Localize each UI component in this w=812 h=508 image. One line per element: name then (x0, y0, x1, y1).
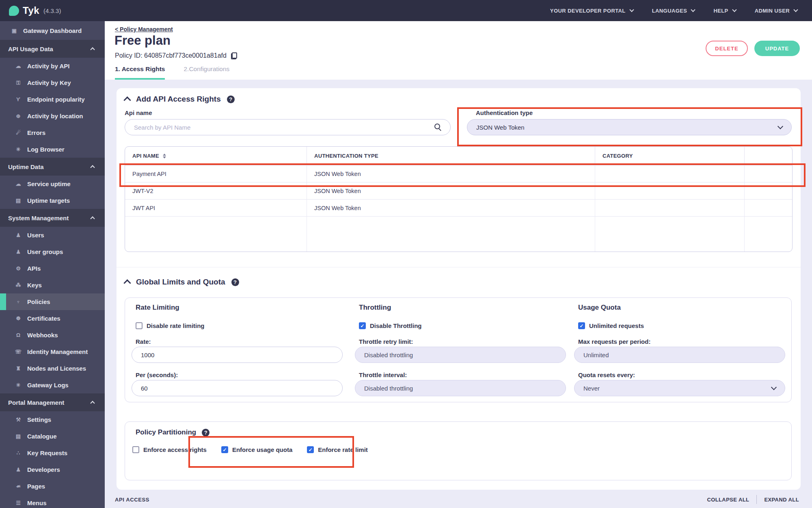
sidebar-item-apis[interactable]: ⚙APIs (0, 260, 105, 277)
sidebar-item-identity-management[interactable]: ☏Identity Management (0, 343, 105, 360)
chevron-up-icon (90, 401, 95, 405)
tyk-dashboard-page: Tyk (4.3.3) YOUR DEVELOPER PORTALLANGUAG… (0, 0, 812, 508)
table-cell[interactable] (595, 182, 745, 200)
version-label: (4.3.3) (43, 7, 61, 14)
sidebar-item-webhooks[interactable]: ΩWebhooks (0, 327, 105, 343)
table-cell[interactable]: Payment API (125, 165, 307, 182)
sidebar-item-nodes-and-licenses[interactable]: ♜Nodes and Licenses (0, 360, 105, 377)
cloud-icon: ☁ (15, 181, 22, 187)
sidebar-item-gateway-logs[interactable]: ✳Gateway Logs (0, 377, 105, 393)
topbar-menu-your-developer-portal[interactable]: YOUR DEVELOPER PORTAL (550, 8, 633, 14)
sidebar-item-endpoint-popularity[interactable]: ϒEndpoint popularity (0, 91, 105, 108)
sidebar-item-service-uptime[interactable]: ☁Service uptime (0, 176, 105, 192)
throttle-interval-field: Disabled throttling (355, 380, 566, 396)
disable-rate-limiting-checkbox[interactable] (136, 322, 143, 329)
tyk-logo[interactable]: Tyk (9, 5, 39, 16)
table-cell[interactable] (595, 165, 745, 182)
table-filler (307, 217, 595, 252)
sidebar-item-pages[interactable]: ☙Pages (0, 478, 105, 495)
collapse-chevron-icon[interactable] (123, 96, 131, 104)
delete-button[interactable]: DELETE (706, 41, 748, 56)
tab-configurations[interactable]: 2.Configurations (184, 65, 229, 80)
table-cell[interactable] (595, 200, 745, 217)
sidebar-item-user-groups[interactable]: ♟User groups (0, 243, 105, 260)
auth-type-select[interactable]: JSON Web Token (467, 119, 792, 135)
auth-type-group: JSON Web Token (467, 119, 792, 135)
column-header-category[interactable]: CATEGORY (595, 147, 745, 165)
quota-resets-select[interactable]: Never (574, 380, 785, 396)
chevron-up-icon (90, 47, 95, 52)
enforce-usage-quota-checkbox[interactable] (221, 446, 228, 453)
topbar-menu-admin-user[interactable]: ADMIN USER (755, 8, 797, 14)
sidebar-item-users[interactable]: ♟Users (0, 227, 105, 243)
sidebar-item-key-requests[interactable]: ∴Key Requests (0, 445, 105, 461)
disable-throttling-row: Disable Throttling (359, 322, 422, 329)
api-table: API NAME AUTHENTICATION TYPE CATEGORY Pa… (125, 146, 793, 252)
table-cell[interactable]: JWT-V2 (125, 182, 307, 200)
sidebar-item-menus[interactable]: ☰Menus (0, 495, 105, 508)
rate-input[interactable] (132, 347, 343, 363)
wrench-icon: ⚒ (15, 417, 22, 423)
sidebar-item-uptime-targets[interactable]: ▤Uptime targets (0, 192, 105, 209)
users-icon: ♟ (15, 249, 22, 255)
page-title: Free plan (114, 33, 171, 48)
sidebar-section-uptime-data[interactable]: Uptime Data (0, 158, 105, 176)
sidebar-item-errors[interactable]: ☄Errors (0, 124, 105, 141)
search-icon[interactable] (434, 124, 442, 131)
breadcrumb[interactable]: < Policy Management (115, 26, 173, 33)
table-cell[interactable]: JSON Web Token (307, 182, 595, 200)
unlimited-requests-checkbox[interactable] (578, 322, 585, 329)
table-cell[interactable]: JSON Web Token (307, 200, 595, 217)
table-cell[interactable] (745, 182, 792, 200)
enforce-rate-limit-checkbox[interactable] (307, 446, 314, 453)
sidebar-nav: ▣Gateway DashboardAPI Usage Data☁Activit… (0, 21, 105, 508)
disable-throttling-checkbox[interactable] (359, 322, 366, 329)
chevron-up-icon (90, 216, 95, 221)
enforce-access-rights-checkbox[interactable] (132, 446, 139, 453)
sidebar-item-catalogue[interactable]: ▤Catalogue (0, 428, 105, 445)
sidebar-item-activity-by-key[interactable]: ⚿Activity by Key (0, 74, 105, 91)
sidebar-item-certificates[interactable]: ☸Certificates (0, 310, 105, 327)
sidebar-section-api-usage-data[interactable]: API Usage Data (0, 40, 105, 58)
column-header-api-name[interactable]: API NAME (125, 147, 307, 165)
api-search-input[interactable] (125, 119, 451, 135)
per-seconds-input[interactable] (132, 380, 343, 396)
checkbox-label: Disable rate limiting (147, 322, 205, 329)
collapse-all-button[interactable]: COLLAPSE ALL (707, 497, 749, 503)
sidebar-item-log-browser[interactable]: ✳Log Browser (0, 141, 105, 158)
sidebar-item-policies[interactable]: ♆Policies (0, 293, 105, 310)
table-cell[interactable]: JWT API (125, 200, 307, 217)
usage-quota-column: Usage Quota Unlimited requests Max reque… (574, 298, 785, 402)
topbar-menu-help[interactable]: HELP (713, 8, 736, 14)
network-icon: ⁂ (15, 282, 22, 288)
update-button[interactable]: UPDATE (754, 41, 800, 56)
topbar-menu-languages[interactable]: LANGUAGES (652, 8, 695, 14)
collapse-chevron-icon[interactable] (123, 279, 131, 287)
tab-access-rights[interactable]: 1. Access Rights (115, 65, 165, 80)
chevron-down-icon (771, 384, 777, 390)
expand-all-button[interactable]: EXPAND ALL (764, 497, 799, 503)
table-cell[interactable] (745, 200, 792, 217)
copy-icon[interactable] (231, 52, 237, 59)
help-icon[interactable] (202, 429, 209, 436)
throttling-column: Throttling Disable Throttling Throttle r… (355, 298, 566, 402)
users-icon: ♟ (15, 467, 22, 473)
sidebar-item-activity-by-location[interactable]: ⊕Activity by location (0, 108, 105, 124)
sidebar-item-developers[interactable]: ♟Developers (0, 461, 105, 478)
bug-icon: ✳ (15, 146, 22, 152)
sidebar-section-system-management[interactable]: System Management (0, 209, 105, 227)
table-cell[interactable]: JSON Web Token (307, 165, 595, 182)
column-header-auth-type[interactable]: AUTHENTICATION TYPE (307, 147, 595, 165)
sidebar-item-activity-by-api[interactable]: ☁Activity by API (0, 58, 105, 74)
list-icon: ▤ (15, 198, 22, 204)
sidebar-item-settings[interactable]: ⚒Settings (0, 411, 105, 428)
sidebar-section-portal-management[interactable]: Portal Management (0, 393, 105, 411)
menu-icon: ☰ (15, 500, 22, 506)
help-icon[interactable] (227, 96, 235, 103)
limits-heading: Global Limits and Quota (136, 278, 225, 287)
table-cell[interactable] (745, 165, 792, 182)
cloud-icon: ☁ (15, 63, 22, 69)
sidebar-item-keys[interactable]: ⁂Keys (0, 277, 105, 293)
sidebar-item-gateway-dashboard[interactable]: ▣Gateway Dashboard (0, 21, 105, 40)
help-icon[interactable] (231, 278, 239, 286)
